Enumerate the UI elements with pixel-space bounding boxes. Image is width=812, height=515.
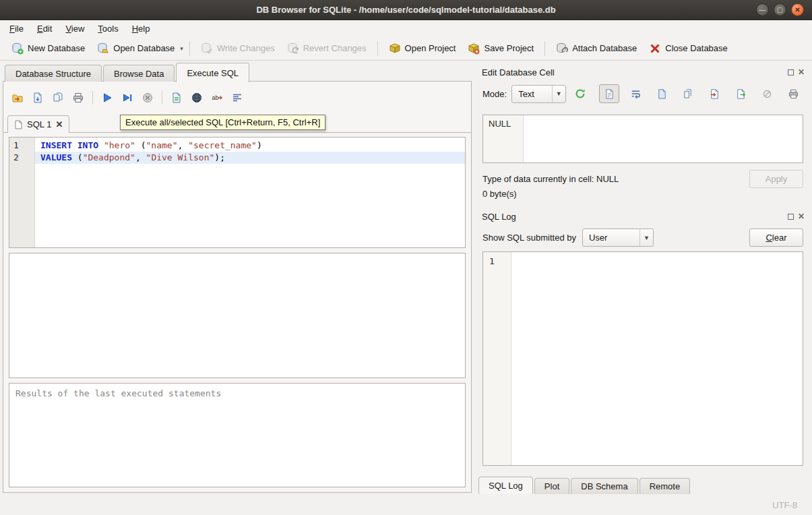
sql-token: ( [72, 152, 83, 162]
close-icon: ✕ [794, 7, 800, 13]
attach-database-button[interactable]: Attach Database [550, 39, 643, 58]
menu-help[interactable]: Help [125, 22, 157, 36]
sql-editor[interactable]: 1 2 INSERT INTO "hero" ("name", "secret_… [9, 137, 466, 248]
maximize-button[interactable]: ▢ [774, 3, 786, 16]
tab-browse-data-label: Browse Data [114, 69, 164, 79]
sql-file-tab[interactable]: SQL 1 ✕ [7, 115, 69, 133]
attach-database-icon [556, 42, 568, 55]
menu-view[interactable]: View [59, 22, 91, 36]
sql-toolbar: ab [7, 87, 471, 109]
execute-all-icon [101, 92, 113, 104]
clear-log-button[interactable]: Clear [749, 229, 803, 247]
code-line-2: VALUES ("Deadpond", "Dive Wilson"); [35, 152, 465, 164]
database-sphere-button[interactable] [187, 88, 207, 107]
cell-value-content[interactable] [524, 115, 803, 162]
dock-tab-sql-log[interactable]: SQL Log [478, 477, 533, 494]
mode-label: Mode: [482, 89, 507, 99]
sql-token: "name" [146, 140, 178, 150]
text-document-icon [604, 88, 615, 100]
set-null-button [757, 84, 777, 103]
statusbar: UTF-8 [0, 496, 812, 515]
save-cell-text-button[interactable] [652, 84, 672, 103]
execute-current-line-icon [121, 92, 133, 104]
save-sql-file-as-button[interactable] [48, 88, 68, 107]
sql-file-tab-label: SQL 1 [27, 119, 51, 129]
save-project-icon [468, 42, 480, 55]
dock-tab-remote[interactable]: Remote [639, 478, 691, 494]
maximize-icon: ▢ [777, 7, 783, 13]
dock-tab-plot[interactable]: Plot [534, 478, 569, 494]
menu-file[interactable]: File [3, 22, 30, 36]
clear-log-label: Clear [766, 233, 786, 243]
dock-tab-sql-log-label: SQL Log [489, 481, 523, 491]
save-project-label: Save Project [484, 43, 534, 53]
attach-database-label: Attach Database [572, 43, 637, 53]
dock-tab-db-schema-label: DB Schema [581, 481, 627, 491]
close-button[interactable]: ✕ [791, 3, 804, 16]
sql-log-filter-row: Show SQL submitted by User ▼ Clear [482, 228, 803, 247]
import-cell-data-button[interactable] [704, 84, 724, 103]
find-replace-button[interactable]: ab [207, 88, 227, 107]
export-results-button[interactable] [166, 88, 187, 107]
word-wrap-button[interactable] [625, 84, 646, 103]
tab-database-structure-label: Database Structure [15, 69, 91, 79]
text-mode-button[interactable] [599, 84, 619, 103]
float-dock-icon[interactable] [788, 69, 794, 75]
tab-execute-sql-label: Execute SQL [187, 68, 239, 78]
open-database-dropdown-caret[interactable]: ▾ [179, 42, 185, 55]
close-dock-icon[interactable]: ✕ [798, 212, 805, 220]
export-results-icon [170, 92, 183, 104]
save-sql-file-button[interactable] [28, 88, 48, 107]
print-sql-button[interactable] [68, 88, 88, 107]
open-database-button[interactable]: Open Database [91, 39, 181, 58]
print-cell-button[interactable] [783, 84, 803, 103]
close-database-button[interactable]: Close Database [643, 39, 734, 58]
write-changes-button: Write Changes [195, 39, 281, 58]
close-dock-icon[interactable]: ✕ [798, 68, 805, 76]
results-message-box[interactable]: Results of the last executed statements [9, 383, 466, 487]
execute-current-line-button[interactable] [117, 88, 137, 107]
write-changes-label: Write Changes [217, 43, 275, 53]
chevron-down-icon: ▼ [552, 86, 565, 102]
mode-select[interactable]: Text ▼ [511, 85, 566, 103]
tab-database-structure[interactable]: Database Structure [5, 65, 102, 82]
window-controls: — ▢ ✕ [756, 3, 804, 16]
open-project-button[interactable]: Open Project [383, 39, 462, 58]
execute-all-button[interactable] [97, 88, 117, 107]
log-source-select[interactable]: User ▼ [582, 229, 654, 247]
find-replace-icon: ab [211, 92, 223, 104]
sql-code-area[interactable]: INSERT INTO "hero" ("name", "secret_name… [35, 138, 465, 247]
tab-browse-data[interactable]: Browse Data [103, 65, 175, 82]
import-icon [709, 88, 720, 100]
log-line-number-gutter: 1 [483, 252, 511, 465]
dock-tab-db-schema[interactable]: DB Schema [571, 478, 637, 494]
sql-log-area[interactable]: 1 [482, 251, 803, 466]
chevron-down-icon: ▼ [639, 229, 653, 246]
print-icon [72, 92, 84, 104]
new-database-button[interactable]: New Database [5, 39, 91, 58]
cell-value-editor[interactable]: NULL [482, 115, 803, 163]
format-sql-button[interactable] [227, 88, 247, 107]
open-sql-file-button[interactable] [7, 88, 28, 107]
save-text-icon [656, 88, 668, 100]
main-toolbar: New Database Open Database ▾ Write Chang… [0, 36, 812, 61]
sql-token: "secret_name" [188, 140, 257, 150]
export-cell-data-button[interactable] [730, 84, 751, 103]
tab-execute-sql[interactable]: Execute SQL [176, 63, 249, 82]
results-grid[interactable] [9, 253, 466, 378]
svg-text:ab: ab [212, 94, 219, 101]
minimize-button[interactable]: — [756, 3, 769, 16]
auto-switch-mode-button[interactable] [571, 84, 590, 103]
save-project-button[interactable]: Save Project [462, 39, 540, 58]
sql-token: "Deadpond" [83, 152, 135, 162]
float-dock-icon[interactable] [788, 214, 794, 220]
encoding-indicator[interactable]: UTF-8 [772, 500, 797, 510]
edit-cell-title: Edit Database Cell [482, 67, 788, 78]
sql-tab-close-icon[interactable]: ✕ [55, 119, 63, 129]
sql-token: VALUES [40, 152, 72, 162]
sql-token: ); [214, 152, 225, 162]
sql-token: "Dive Wilson" [146, 152, 215, 162]
menu-edit[interactable]: Edit [30, 22, 59, 36]
copy-cell-button[interactable] [678, 84, 698, 103]
menu-tools[interactable]: Tools [91, 22, 125, 36]
